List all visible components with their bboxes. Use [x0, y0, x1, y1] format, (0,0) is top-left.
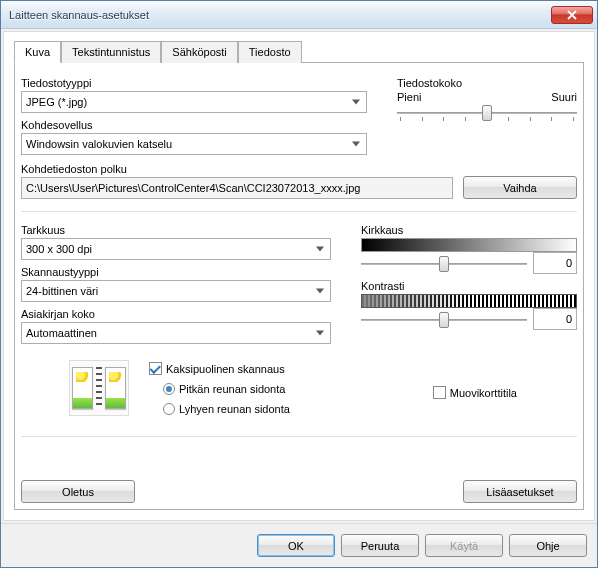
tab-strip: Kuva Tekstintunnistus Sähköposti Tiedost…	[14, 40, 584, 63]
default-button[interactable]: Oletus	[21, 480, 135, 503]
apply-button-label: Käytä	[450, 540, 478, 552]
docsize-label: Asiakirjan koko	[21, 308, 331, 320]
filesize-large-label: Suuri	[551, 91, 577, 103]
dialog-window: Laitteen skannaus-asetukset Kuva Tekstin…	[0, 0, 598, 568]
scantype-label: Skannaustyyppi	[21, 266, 331, 278]
targetpath-value: C:\Users\User\Pictures\ControlCenter4\Sc…	[26, 182, 360, 194]
filetype-select[interactable]: JPEG (*.jpg)	[21, 91, 367, 113]
targetpath-label: Kohdetiedoston polku	[21, 163, 453, 175]
targetapp-select[interactable]: Windowsin valokuvien katselu	[21, 133, 367, 155]
help-button-label: Ohje	[536, 540, 559, 552]
default-button-label: Oletus	[62, 486, 94, 498]
filesize-label: Tiedostokoko	[397, 77, 577, 89]
advanced-button[interactable]: Lisäasetukset	[463, 480, 577, 503]
filetype-value: JPEG (*.jpg)	[26, 96, 87, 108]
close-icon	[567, 10, 577, 20]
brightness-label: Kirkkaus	[361, 224, 577, 236]
brightness-value[interactable]: 0	[533, 252, 577, 274]
change-button[interactable]: Vaihda	[463, 176, 577, 199]
duplex-illustration	[69, 360, 129, 416]
plasticcard-label: Muovikorttitila	[450, 387, 517, 399]
tab-ocr[interactable]: Tekstintunnistus	[61, 41, 161, 63]
resolution-label: Tarkkuus	[21, 224, 331, 236]
contrast-slider[interactable]	[361, 310, 527, 328]
contrast-gradient	[361, 294, 577, 308]
ok-button-label: OK	[288, 540, 304, 552]
tab-email[interactable]: Sähköposti	[161, 41, 237, 63]
window-title: Laitteen skannaus-asetukset	[9, 9, 551, 21]
close-button[interactable]	[551, 6, 593, 24]
duplex-label: Kaksipuolinen skannaus	[166, 363, 285, 375]
tab-image[interactable]: Kuva	[14, 41, 61, 63]
targetapp-value: Windowsin valokuvien katselu	[26, 138, 172, 150]
scantype-select[interactable]: 24-bittinen väri	[21, 280, 331, 302]
scantype-value: 24-bittinen väri	[26, 285, 98, 297]
ok-button[interactable]: OK	[257, 534, 335, 557]
help-button[interactable]: Ohje	[509, 534, 587, 557]
filesize-slider-thumb[interactable]	[482, 105, 492, 121]
long-edge-radio[interactable]	[163, 383, 175, 395]
dialog-footer: OK Peruuta Käytä Ohje	[1, 523, 597, 567]
long-edge-label: Pitkän reunan sidonta	[179, 383, 285, 395]
filesize-slider[interactable]	[397, 103, 577, 121]
duplex-checkbox[interactable]	[149, 362, 162, 375]
change-button-label: Vaihda	[503, 182, 536, 194]
targetapp-label: Kohdesovellus	[21, 119, 367, 131]
tab-file[interactable]: Tiedosto	[238, 41, 302, 63]
resolution-select[interactable]: 300 x 300 dpi	[21, 238, 331, 260]
apply-button: Käytä	[425, 534, 503, 557]
short-edge-radio[interactable]	[163, 403, 175, 415]
contrast-value[interactable]: 0	[533, 308, 577, 330]
titlebar: Laitteen skannaus-asetukset	[1, 1, 597, 29]
docsize-value: Automaattinen	[26, 327, 97, 339]
brightness-slider-thumb[interactable]	[439, 256, 449, 272]
plasticcard-checkbox[interactable]	[433, 386, 446, 399]
brightness-gradient	[361, 238, 577, 252]
resolution-value: 300 x 300 dpi	[26, 243, 92, 255]
tab-body: Tiedostotyyppi JPEG (*.jpg) Kohdesovellu…	[14, 63, 584, 510]
advanced-button-label: Lisäasetukset	[486, 486, 553, 498]
brightness-slider[interactable]	[361, 254, 527, 272]
contrast-slider-thumb[interactable]	[439, 312, 449, 328]
docsize-select[interactable]: Automaattinen	[21, 322, 331, 344]
short-edge-label: Lyhyen reunan sidonta	[179, 403, 290, 415]
cancel-button[interactable]: Peruuta	[341, 534, 419, 557]
filetype-label: Tiedostotyyppi	[21, 77, 367, 89]
targetpath-field: C:\Users\User\Pictures\ControlCenter4\Sc…	[21, 177, 453, 199]
cancel-button-label: Peruuta	[361, 540, 400, 552]
filesize-small-label: Pieni	[397, 91, 421, 103]
contrast-label: Kontrasti	[361, 280, 577, 292]
dialog-content: Kuva Tekstintunnistus Sähköposti Tiedost…	[3, 31, 595, 521]
